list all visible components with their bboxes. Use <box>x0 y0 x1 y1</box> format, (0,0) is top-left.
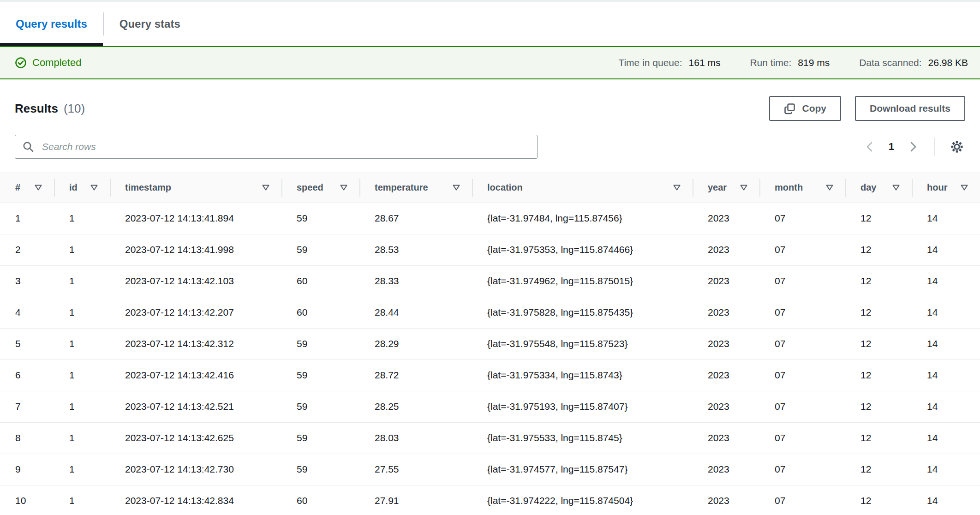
tab-query-results[interactable]: Query results <box>0 2 103 46</box>
table-cell: 59 <box>281 391 359 422</box>
column-label: location <box>487 182 523 193</box>
table-cell: 2023 <box>693 485 759 515</box>
table-cell: 5 <box>0 328 54 359</box>
tab-query-stats[interactable]: Query stats <box>104 2 196 46</box>
chevron-left-icon <box>865 141 875 153</box>
filter-triangle-icon[interactable] <box>826 185 833 191</box>
column-label: month <box>775 182 803 193</box>
column-header-speed[interactable]: speed <box>281 173 359 203</box>
column-label: # <box>15 182 20 193</box>
filter-triangle-icon[interactable] <box>340 185 347 191</box>
metric-value: 26.98 KB <box>928 57 968 68</box>
column-label: timestamp <box>125 182 171 193</box>
filter-triangle-icon[interactable] <box>961 185 968 191</box>
metric-data-scanned: Data scanned: 26.98 KB <box>859 57 968 68</box>
table-cell: 14 <box>912 454 980 485</box>
table-cell: 12 <box>845 328 912 359</box>
table-cell: 60 <box>281 485 359 515</box>
filter-triangle-icon[interactable] <box>90 185 98 191</box>
table-cell: 14 <box>912 265 980 297</box>
table-cell: 2023-07-12 14:13:42.207 <box>110 297 281 328</box>
table-cell: 07 <box>759 203 845 234</box>
table-cell: 2023 <box>693 203 759 234</box>
previous-page-button[interactable] <box>863 139 877 155</box>
filter-triangle-icon[interactable] <box>673 185 681 191</box>
metric-value: 161 ms <box>689 57 721 68</box>
status-badge: Completed <box>32 57 81 69</box>
results-tabs: Query results Query stats <box>0 2 980 46</box>
next-page-button[interactable] <box>906 139 920 155</box>
table-cell: 60 <box>281 297 359 328</box>
table-cell: 2023-07-12 14:13:42.103 <box>110 265 281 297</box>
column-label: hour <box>927 182 947 193</box>
query-status-banner: Completed Time in queue: 161 ms Run time… <box>0 46 980 79</box>
table-cell: 07 <box>759 297 845 328</box>
table-cell: 07 <box>759 359 845 391</box>
table-cell: 60 <box>281 265 359 297</box>
table-cell: 1 <box>54 297 110 328</box>
table-cell: 14 <box>912 328 980 359</box>
table-cell: 2023-07-12 14:13:41.894 <box>110 203 281 234</box>
metric-label: Data scanned: <box>859 57 921 68</box>
table-cell: 2023 <box>693 265 759 297</box>
table-cell: 12 <box>845 485 912 515</box>
table-cell: 14 <box>912 297 980 328</box>
filter-triangle-icon[interactable] <box>740 185 747 191</box>
table-cell: 1 <box>0 203 54 234</box>
column-header-id[interactable]: id <box>54 173 110 203</box>
table-cell: 14 <box>912 485 980 515</box>
column-header-index[interactable]: # <box>0 173 54 203</box>
filter-triangle-icon[interactable] <box>453 185 460 191</box>
table-cell: 14 <box>912 234 980 265</box>
table-cell: 07 <box>759 265 845 297</box>
copy-button-label: Copy <box>802 103 826 114</box>
table-cell: 28.03 <box>359 422 472 454</box>
preferences-button[interactable] <box>949 138 965 155</box>
column-header-temperature[interactable]: temperature <box>359 173 472 203</box>
table-row: 812023-07-12 14:13:42.6255928.03{lat=-31… <box>0 422 980 454</box>
table-cell: {lat=-31.975353, lng=115.874466} <box>472 234 693 265</box>
table-cell: 1 <box>54 359 110 391</box>
download-results-label: Download results <box>870 103 950 114</box>
download-results-button[interactable]: Download results <box>855 96 965 121</box>
search-input[interactable] <box>15 135 538 159</box>
table-cell: 14 <box>912 422 980 454</box>
table-cell: 12 <box>845 234 912 265</box>
table-cell: 59 <box>281 203 359 234</box>
table-cell: {lat=-31.974222, lng=115.874504} <box>472 485 693 515</box>
metric-value: 819 ms <box>798 57 830 68</box>
column-header-day[interactable]: day <box>845 173 912 203</box>
table-cell: 28.72 <box>359 359 472 391</box>
table-cell: 07 <box>759 422 845 454</box>
table-row: 312023-07-12 14:13:42.1036028.33{lat=-31… <box>0 265 980 297</box>
table-cell: {lat=-31.974577, lng=115.87547} <box>472 454 693 485</box>
column-header-timestamp[interactable]: timestamp <box>110 173 281 203</box>
table-cell: 7 <box>0 391 54 422</box>
copy-icon <box>784 103 795 114</box>
column-header-location[interactable]: location <box>472 173 693 203</box>
table-cell: 28.53 <box>359 234 472 265</box>
table-cell: 28.44 <box>359 297 472 328</box>
column-header-hour[interactable]: hour <box>912 173 980 203</box>
table-cell: {lat=-31.975334, lng=115.8743} <box>472 359 693 391</box>
table-cell: 12 <box>845 454 912 485</box>
filter-triangle-icon[interactable] <box>262 185 269 191</box>
table-cell: 07 <box>759 234 845 265</box>
filter-triangle-icon[interactable] <box>35 185 42 191</box>
column-header-month[interactable]: month <box>759 173 845 203</box>
column-header-year[interactable]: year <box>693 173 759 203</box>
table-cell: 12 <box>845 265 912 297</box>
column-label: day <box>860 182 876 193</box>
filter-triangle-icon[interactable] <box>892 185 900 191</box>
metric-time-in-queue: Time in queue: 161 ms <box>618 57 720 68</box>
table-cell: 2023-07-12 14:13:41.998 <box>110 234 281 265</box>
table-cell: 2023 <box>693 297 759 328</box>
table-cell: 07 <box>759 391 845 422</box>
table-header-row: #idtimestampspeedtemperaturelocationyear… <box>0 173 980 203</box>
tab-query-stats-label: Query stats <box>120 18 180 30</box>
table-cell: 2023 <box>693 422 759 454</box>
pagination: 1 <box>863 138 965 156</box>
table-cell: 2023-07-12 14:13:42.312 <box>110 328 281 359</box>
copy-button[interactable]: Copy <box>769 96 841 121</box>
table-row: 112023-07-12 14:13:41.8945928.67{lat=-31… <box>0 203 980 234</box>
